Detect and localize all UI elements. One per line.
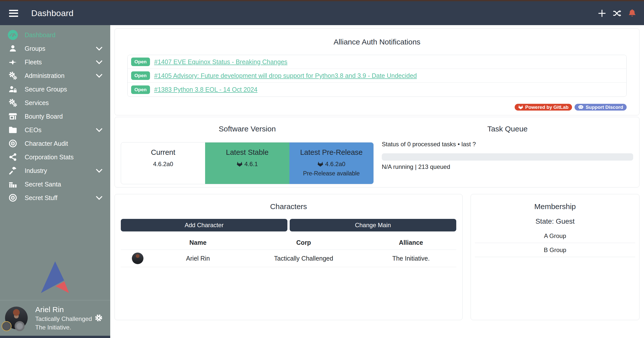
sidebar-item-label: Secret Santa (25, 181, 61, 188)
status-badge: Open (131, 71, 150, 80)
notification-row: Open #1383 Python 3.8 EOL - 14 Oct 2024 (128, 83, 626, 96)
sidebar-item-corporation-stats[interactable]: Corporation Stats (0, 150, 110, 164)
chevron-down-icon (96, 168, 103, 173)
folder-icon (7, 126, 19, 134)
notification-link[interactable]: #1405 Advisory: Future development will … (154, 72, 417, 79)
gears-icon (7, 99, 19, 107)
corp-logo-badge (2, 321, 12, 331)
group-list: A Group B Group (475, 229, 635, 257)
version-current-cell: Current 4.6.2a0 (121, 142, 205, 184)
alliance-logo-badge (15, 321, 25, 331)
list-item: A Group (475, 229, 635, 243)
sidebar-item-fleets[interactable]: Fleets (0, 55, 110, 69)
membership-state: State: Guest (475, 217, 635, 225)
user-panel[interactable]: Ariel Rin Tactically Challenged The Init… (0, 300, 110, 336)
task-queue-progressbar (382, 153, 633, 161)
chevron-down-icon (96, 60, 103, 64)
sidebar-item-groups[interactable]: Groups (0, 42, 110, 55)
menu-icon[interactable] (9, 10, 18, 17)
software-version-section: Software Version Current 4.6.2a0 Latest … (121, 125, 374, 187)
chevron-down-icon (96, 128, 103, 132)
share-icon (7, 153, 19, 161)
membership-panel: Membership State: Guest A Group B Group (471, 194, 639, 320)
sidebar-item-label: CEOs (25, 126, 42, 134)
user-info: Ariel Rin Tactically Challenged The Init… (35, 305, 92, 331)
shop-icon (7, 112, 19, 120)
characters-table: Name Corp Alliance Ariel Rin Tactically … (121, 235, 456, 267)
user-name: Ariel Rin (35, 305, 92, 314)
page-title: Dashboard (31, 8, 73, 18)
sidebar-item-secure-groups[interactable]: Secure Groups (0, 82, 110, 96)
gitlab-badge[interactable]: Powered by GitLab (515, 104, 572, 111)
bell-icon[interactable] (628, 9, 636, 18)
characters-table-header: Name Corp Alliance (121, 235, 456, 250)
gauge-icon (7, 30, 19, 40)
sidebar-item-secret-santa[interactable]: Secret Santa (0, 177, 110, 191)
user-lock-icon (7, 85, 19, 93)
sidebar-item-services[interactable]: Services (0, 96, 110, 110)
hammer-icon (7, 166, 19, 175)
sidebar-item-administration[interactable]: Administration (0, 69, 110, 82)
user-icon (7, 44, 19, 53)
version-prerelease-cell: Latest Pre-Release 4.6.2a0 Pre-Release a… (289, 142, 373, 184)
add-character-button[interactable]: Add Character (121, 219, 287, 231)
sidebar-item-bounty-board[interactable]: Bounty Board (0, 110, 110, 123)
sidebar-item-label: Character Audit (25, 140, 68, 147)
plus-icon[interactable] (598, 9, 606, 18)
gitlab-tanuki-icon (237, 161, 243, 167)
sidebar-item-label: Bounty Board (25, 113, 63, 120)
prerelease-note: Pre-Release available (289, 170, 373, 177)
discord-badge[interactable]: Support Discord (575, 104, 627, 111)
sidebar-item-label: Administration (25, 72, 64, 79)
change-main-button[interactable]: Change Main (290, 219, 456, 231)
eye-icon (7, 194, 19, 202)
navbar-actions (598, 9, 636, 18)
software-taskqueue-panel: Software Version Current 4.6.2a0 Latest … (115, 117, 639, 187)
character-portrait (132, 253, 143, 264)
character-alliance: The Initiative. (366, 255, 456, 262)
sidebar-bottom-bar (0, 336, 110, 338)
main-content: Alliance Auth Notifications Open #1407 E… (110, 25, 644, 338)
sidebar-item-secret-stuff[interactable]: Secret Stuff (0, 191, 110, 205)
discord-icon (578, 105, 584, 109)
gitlab-tanuki-icon (518, 105, 523, 110)
eye-icon (7, 139, 19, 148)
sidebar-item-character-audit[interactable]: Character Audit (0, 137, 110, 150)
task-queue-section: Task Queue Status of 0 processed tasks •… (382, 125, 633, 187)
notification-link[interactable]: #1383 Python 3.8 EOL - 14 Oct 2024 (154, 86, 257, 93)
footer-badges: Powered by GitLab Support Discord (127, 104, 627, 111)
notifications-list: Open #1407 EVE Equinox Status - Breaking… (127, 55, 627, 97)
chevron-down-icon (96, 73, 103, 78)
sidebar: Dashboard Groups Fleets (0, 25, 110, 338)
gifts-icon (7, 180, 19, 188)
alliance-auth-app: Dashboard Dashboard (0, 0, 644, 338)
sidebar-item-industry[interactable]: Industry (0, 164, 110, 177)
alliance-auth-logo (0, 261, 110, 294)
notifications-title: Alliance Auth Notifications (127, 38, 627, 46)
sidebar-item-label: Services (25, 99, 49, 107)
top-navbar: Dashboard (0, 1, 644, 25)
notification-link[interactable]: #1407 EVE Equinox Status - Breaking Chan… (154, 58, 288, 66)
characters-title: Characters (121, 202, 456, 211)
notification-row: Open #1407 EVE Equinox Status - Breaking… (128, 55, 626, 69)
sidebar-item-ceos[interactable]: CEOs (0, 123, 110, 137)
gear-icon[interactable] (95, 314, 103, 322)
gitlab-tanuki-icon (317, 161, 323, 167)
task-queue-status: Status of 0 processed tasks • last ? (382, 141, 633, 148)
sidebar-item-label: Groups (25, 45, 45, 52)
chevron-down-icon (96, 196, 103, 200)
sidebar-item-dashboard[interactable]: Dashboard (0, 28, 110, 42)
task-queue-title: Task Queue (382, 125, 633, 133)
character-name: Ariel Rin (154, 255, 242, 262)
shuffle-icon[interactable] (613, 9, 621, 18)
version-stable-cell: Latest Stable 4.6.1 (205, 142, 289, 184)
list-item: B Group (475, 243, 635, 257)
character-corp: Tactically Challenged (242, 255, 366, 262)
version-table: Current 4.6.2a0 Latest Stable 4.6.1 Late… (121, 142, 374, 184)
user-avatar (5, 307, 28, 329)
notification-row: Open #1405 Advisory: Future development … (128, 69, 626, 83)
status-badge: Open (131, 58, 150, 66)
status-badge: Open (131, 85, 150, 94)
jet-icon (7, 58, 19, 66)
user-corp: Tactically Challenged (35, 315, 92, 323)
